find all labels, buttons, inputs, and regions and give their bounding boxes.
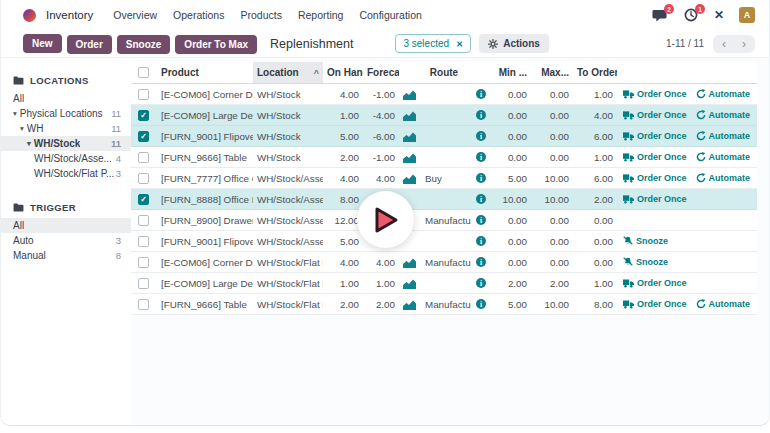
sidebar-item-all[interactable]: All xyxy=(1,91,131,106)
col-route[interactable]: Route xyxy=(417,67,471,78)
min-cell: 0.00 xyxy=(491,257,531,268)
systray-x-icon[interactable]: ✕ xyxy=(714,8,724,22)
info-icon[interactable]: i xyxy=(476,131,486,141)
video-play-button[interactable] xyxy=(357,191,414,248)
select-all-checkbox[interactable] xyxy=(138,67,149,78)
app-name[interactable]: Inventory xyxy=(46,9,93,21)
order-button[interactable]: Order xyxy=(67,35,112,54)
info-icon[interactable]: i xyxy=(476,110,486,120)
row-checkbox[interactable] xyxy=(138,173,149,184)
selected-badge[interactable]: 3 selected ✕ xyxy=(395,34,471,53)
menu-products[interactable]: Products xyxy=(240,9,281,21)
sidebar-item-physical-locations[interactable]: ▾Physical Locations11 xyxy=(1,106,131,121)
table-row[interactable]: ✓[FURN_8888] Office LampWH/Stock/Asse...… xyxy=(131,189,757,210)
order-once-button[interactable]: Order Once xyxy=(623,299,687,309)
info-icon[interactable]: i xyxy=(476,152,486,162)
row-checkbox[interactable] xyxy=(138,299,149,310)
info-icon[interactable]: i xyxy=(476,173,486,183)
automate-button[interactable]: Automate xyxy=(696,89,751,99)
info-icon[interactable]: i xyxy=(476,299,486,309)
sidebar-item-wh[interactable]: ▾WH11 xyxy=(1,121,131,136)
record-count: 4 xyxy=(116,153,121,164)
route-cell: Manufacture xyxy=(417,299,471,310)
menu-overview[interactable]: Overview xyxy=(113,9,157,21)
table-row[interactable]: ✓[E-COM09] Large DeskWH/Stock1.00-4.00i0… xyxy=(131,105,757,126)
col-to-order[interactable]: To Order xyxy=(573,67,617,78)
info-icon[interactable]: i xyxy=(476,236,486,246)
new-button[interactable]: New xyxy=(23,34,62,53)
row-checkbox[interactable] xyxy=(138,152,149,163)
menu-configuration[interactable]: Configuration xyxy=(359,9,421,21)
automate-button[interactable]: Automate xyxy=(696,152,751,162)
row-checkbox[interactable]: ✓ xyxy=(138,131,149,142)
info-icon[interactable]: i xyxy=(476,194,486,204)
sidebar-item-wh-stock[interactable]: ▾WH/Stock11 xyxy=(1,136,131,151)
row-checkbox[interactable] xyxy=(138,236,149,247)
pager-prev-button[interactable]: ‹ xyxy=(720,36,728,52)
table-row[interactable]: ✓[FURN_9001] FlipoverWH/Stock5.00-6.00i0… xyxy=(131,126,757,147)
snooze-button[interactable]: Snooze xyxy=(623,257,668,267)
info-icon[interactable]: i xyxy=(476,215,486,225)
messages-icon[interactable]: 2 xyxy=(652,8,668,22)
order-once-button[interactable]: Order Once xyxy=(623,173,687,183)
automate-button[interactable]: Automate xyxy=(696,131,751,141)
expand-arrow-icon[interactable]: ▾ xyxy=(20,124,24,133)
snooze-button[interactable]: Snooze xyxy=(623,236,668,246)
expand-arrow-icon[interactable]: ▾ xyxy=(13,109,17,118)
product-cell: [E-COM09] Large Desk xyxy=(157,110,253,121)
table-row[interactable]: [FURN_9666] TableWH/Stock2.00-1.00i0.000… xyxy=(131,147,757,168)
info-icon[interactable]: i xyxy=(476,257,486,267)
info-icon[interactable]: i xyxy=(476,278,486,288)
table-row[interactable]: [E-COM09] Large DeskWH/Stock/Flat P...1.… xyxy=(131,273,757,294)
row-checkbox[interactable] xyxy=(138,257,149,268)
automate-button[interactable]: Automate xyxy=(696,173,751,183)
user-avatar[interactable]: A xyxy=(739,7,755,23)
row-checkbox[interactable]: ✓ xyxy=(138,110,149,121)
expand-arrow-icon[interactable]: ▾ xyxy=(27,139,31,148)
automate-button[interactable]: Automate xyxy=(696,299,751,309)
inventory-app-icon[interactable] xyxy=(23,9,36,22)
automate-button[interactable]: Automate xyxy=(696,110,751,120)
sidebar-item-auto[interactable]: Auto3 xyxy=(1,233,131,248)
on-hand-cell: 5.00 xyxy=(323,236,363,247)
order-once-button[interactable]: Order Once xyxy=(623,194,687,204)
pager-next-button[interactable]: › xyxy=(740,36,748,52)
actions-button[interactable]: Actions xyxy=(479,34,549,53)
on-hand-cell: 2.00 xyxy=(323,299,363,310)
table-row[interactable]: [FURN_8900] Drawer BlackWH/Stock/Asse...… xyxy=(131,210,757,231)
order-once-button[interactable]: Order Once xyxy=(623,131,687,141)
col-max[interactable]: Max... xyxy=(531,67,573,78)
order-once-button[interactable]: Order Once xyxy=(623,278,687,288)
activities-icon[interactable]: 1 xyxy=(683,8,699,22)
sidebar-item-wh-stock-flat-p[interactable]: WH/Stock/Flat P...3 xyxy=(1,166,131,181)
table-row[interactable]: [E-COM06] Corner Desk ...WH/Stock4.00-1.… xyxy=(131,84,757,105)
menu-reporting[interactable]: Reporting xyxy=(298,9,344,21)
clear-selection-icon[interactable]: ✕ xyxy=(456,39,463,49)
order-once-button[interactable]: Order Once xyxy=(623,152,687,162)
on-hand-cell: 4.00 xyxy=(323,89,363,100)
row-checkbox[interactable] xyxy=(138,278,149,289)
col-product[interactable]: Product xyxy=(157,67,253,78)
table-row[interactable]: [E-COM06] Corner Desk ...WH/Stock/Flat P… xyxy=(131,252,757,273)
product-cell: [FURN_8888] Office Lamp xyxy=(157,194,253,205)
row-checkbox[interactable] xyxy=(138,89,149,100)
order-once-button[interactable]: Order Once xyxy=(623,110,687,120)
sidebar-item-wh-stock-asse[interactable]: WH/Stock/Asse...4 xyxy=(1,151,131,166)
table-row[interactable]: [FURN_9666] TableWH/Stock/Flat P...2.002… xyxy=(131,294,757,315)
col-on-hand[interactable]: On Hand xyxy=(323,67,363,78)
sidebar-item-all[interactable]: All xyxy=(1,218,131,233)
row-checkbox[interactable] xyxy=(138,215,149,226)
col-forecast[interactable]: Forecast xyxy=(363,67,399,78)
col-location[interactable]: Location ^ xyxy=(253,62,323,83)
snooze-button[interactable]: Snooze xyxy=(117,35,171,54)
order-once-button[interactable]: Order Once xyxy=(623,89,687,99)
info-icon[interactable]: i xyxy=(476,89,486,99)
order-to-max-button[interactable]: Order To Max xyxy=(175,35,257,54)
table-row[interactable]: [FURN_9001] FlipoverWH/Stock/Asse...5.00… xyxy=(131,231,757,252)
table-row[interactable]: [FURN_7777] Office ChairWH/Stock/Asse...… xyxy=(131,168,757,189)
truck-icon xyxy=(623,174,634,183)
col-min[interactable]: Min ... xyxy=(491,67,531,78)
sidebar-item-manual[interactable]: Manual8 xyxy=(1,248,131,263)
menu-operations[interactable]: Operations xyxy=(173,9,224,21)
row-checkbox[interactable]: ✓ xyxy=(138,194,149,205)
